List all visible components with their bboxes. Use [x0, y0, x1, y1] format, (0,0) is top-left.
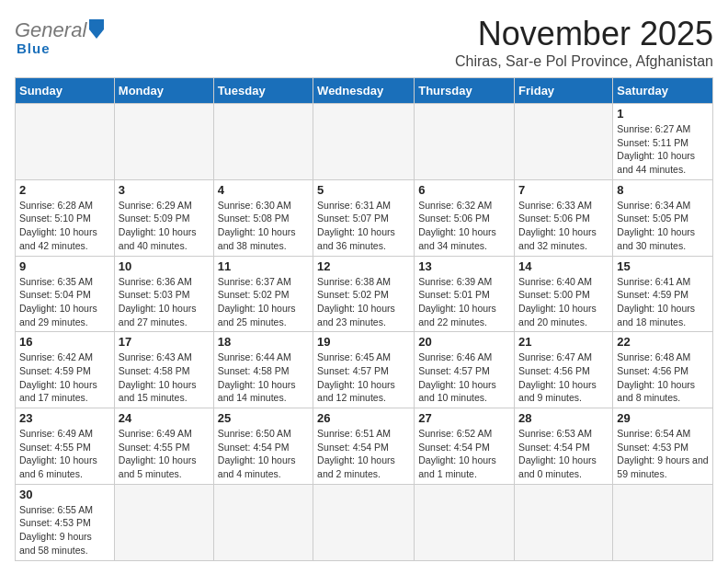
header-thursday: Thursday — [415, 78, 515, 104]
day-cell-27: 27 Sunrise: 6:52 AMSunset: 4:54 PMDaylig… — [415, 408, 515, 485]
header-wednesday: Wednesday — [313, 78, 415, 104]
day-cell-7: 7 Sunrise: 6:33 AMSunset: 5:06 PMDayligh… — [515, 179, 613, 256]
day-cell-8: 8 Sunrise: 6:34 AMSunset: 5:05 PMDayligh… — [613, 179, 713, 256]
empty-cell — [16, 104, 115, 180]
logo-blue-triangle — [89, 29, 104, 39]
table-row: 23 Sunrise: 6:49 AMSunset: 4:55 PMDaylig… — [16, 408, 713, 485]
day-cell-15: 15 Sunrise: 6:41 AMSunset: 4:59 PMDaylig… — [613, 256, 713, 332]
page-subtitle: Chiras, Sar-e Pol Province, Afghanistan — [455, 53, 713, 70]
logo: General Blue — [15, 15, 104, 56]
empty-cell — [313, 484, 415, 560]
empty-cell — [114, 104, 213, 180]
title-area: November 2025 Chiras, Sar-e Pol Province… — [455, 15, 713, 70]
page-title: November 2025 — [455, 15, 713, 53]
header-saturday: Saturday — [613, 78, 713, 104]
day-cell-14: 14 Sunrise: 6:40 AMSunset: 5:00 PMDaylig… — [515, 256, 613, 332]
day-cell-3: 3 Sunrise: 6:29 AMSunset: 5:09 PMDayligh… — [114, 179, 213, 256]
day-cell-17: 17 Sunrise: 6:43 AMSunset: 4:58 PMDaylig… — [114, 332, 213, 408]
day-cell-22: 22 Sunrise: 6:48 AMSunset: 4:56 PMDaylig… — [613, 332, 713, 408]
day-cell-6: 6 Sunrise: 6:32 AMSunset: 5:06 PMDayligh… — [415, 179, 515, 256]
day-cell-1: 1 Sunrise: 6:27 AM Sunset: 5:11 PM Dayli… — [613, 104, 713, 180]
empty-cell — [213, 104, 313, 180]
day-cell-4: 4 Sunrise: 6:30 AMSunset: 5:08 PMDayligh… — [213, 179, 313, 256]
table-row: 16 Sunrise: 6:42 AMSunset: 4:59 PMDaylig… — [16, 332, 713, 408]
day-cell-21: 21 Sunrise: 6:47 AMSunset: 4:56 PMDaylig… — [515, 332, 613, 408]
header-sunday: Sunday — [16, 78, 115, 104]
day-cell-26: 26 Sunrise: 6:51 AMSunset: 4:54 PMDaylig… — [313, 408, 415, 485]
day-cell-10: 10 Sunrise: 6:36 AMSunset: 5:03 PMDaylig… — [114, 256, 213, 332]
day-cell-25: 25 Sunrise: 6:50 AMSunset: 4:54 PMDaylig… — [213, 408, 313, 485]
header-friday: Friday — [515, 78, 613, 104]
day-cell-24: 24 Sunrise: 6:49 AMSunset: 4:55 PMDaylig… — [114, 408, 213, 485]
page-header: General Blue November 2025 Chiras, Sar-e… — [15, 15, 713, 70]
table-row: 30 Sunrise: 6:55 AMSunset: 4:53 PMDaylig… — [16, 484, 713, 560]
calendar-table: Sunday Monday Tuesday Wednesday Thursday… — [15, 77, 713, 561]
daylight-label: Daylight: — [617, 150, 657, 161]
header-monday: Monday — [114, 78, 213, 104]
logo-blue-shape — [89, 19, 104, 39]
table-row: 9 Sunrise: 6:35 AMSunset: 5:04 PMDayligh… — [16, 256, 713, 332]
day-cell-9: 9 Sunrise: 6:35 AMSunset: 5:04 PMDayligh… — [16, 256, 115, 332]
empty-cell — [114, 484, 213, 560]
empty-cell — [313, 104, 415, 180]
day-cell-2: 2 Sunrise: 6:28 AMSunset: 5:10 PMDayligh… — [16, 179, 115, 256]
day-cell-19: 19 Sunrise: 6:45 AMSunset: 4:57 PMDaylig… — [313, 332, 415, 408]
sunset-label: Sunset: — [617, 137, 653, 148]
empty-cell — [415, 104, 515, 180]
sunrise-label: Sunrise: — [617, 123, 654, 134]
day-cell-5: 5 Sunrise: 6:31 AMSunset: 5:07 PMDayligh… — [313, 179, 415, 256]
day-cell-23: 23 Sunrise: 6:49 AMSunset: 4:55 PMDaylig… — [16, 408, 115, 485]
day-cell-16: 16 Sunrise: 6:42 AMSunset: 4:59 PMDaylig… — [16, 332, 115, 408]
day-cell-20: 20 Sunrise: 6:46 AMSunset: 4:57 PMDaylig… — [415, 332, 515, 408]
table-row: 2 Sunrise: 6:28 AMSunset: 5:10 PMDayligh… — [16, 179, 713, 256]
logo-blue-rect — [89, 19, 104, 29]
empty-cell — [415, 484, 515, 560]
empty-cell — [515, 104, 613, 180]
logo-text-general: General — [15, 18, 86, 42]
day-cell-28: 28 Sunrise: 6:53 AMSunset: 4:54 PMDaylig… — [515, 408, 613, 485]
day-cell-11: 11 Sunrise: 6:37 AMSunset: 5:02 PMDaylig… — [213, 256, 313, 332]
calendar-header-row: Sunday Monday Tuesday Wednesday Thursday… — [16, 78, 713, 104]
empty-cell — [613, 484, 713, 560]
logo-icon: General — [15, 18, 104, 42]
day-cell-30: 30 Sunrise: 6:55 AMSunset: 4:53 PMDaylig… — [16, 484, 115, 560]
day-cell-18: 18 Sunrise: 6:44 AMSunset: 4:58 PMDaylig… — [213, 332, 313, 408]
day-cell-29: 29 Sunrise: 6:54 AMSunset: 4:53 PMDaylig… — [613, 408, 713, 485]
table-row: 1 Sunrise: 6:27 AM Sunset: 5:11 PM Dayli… — [16, 104, 713, 180]
empty-cell — [515, 484, 613, 560]
day-cell-12: 12 Sunrise: 6:38 AMSunset: 5:02 PMDaylig… — [313, 256, 415, 332]
day-cell-13: 13 Sunrise: 6:39 AMSunset: 5:01 PMDaylig… — [415, 256, 515, 332]
logo-text-blue: Blue — [17, 40, 51, 56]
empty-cell — [213, 484, 313, 560]
header-tuesday: Tuesday — [213, 78, 313, 104]
